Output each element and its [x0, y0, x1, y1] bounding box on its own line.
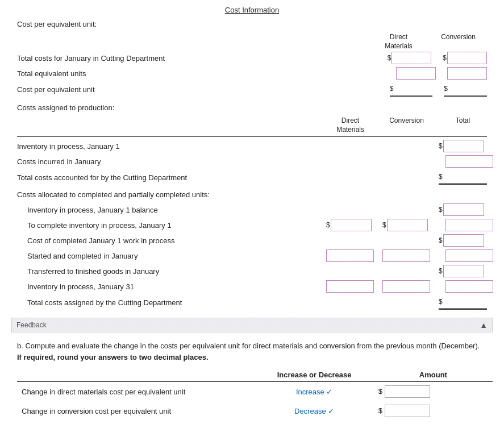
col-header-dm: DirectMaterials [374, 33, 423, 51]
cost-per-eq-label: Cost per equivalent unit: [17, 20, 493, 28]
row-label-to-complete: To complete inventory in process, Januar… [27, 221, 326, 230]
row-b1-change: Increase ✓ [255, 382, 374, 402]
to-complete-total-input[interactable] [445, 219, 493, 231]
feedback-bar: Feedback ▲ [11, 318, 493, 332]
row-b2-change: Decrease ✓ [255, 401, 374, 421]
row-label-started-completed: Started and completed in January [27, 252, 326, 260]
col-header2-conv: Conversion [382, 117, 431, 134]
row-label-cost-completed: Cost of completed January 1 work in proc… [27, 236, 326, 245]
part-b-intro: b. Compute and evaluate the change in th… [17, 340, 493, 363]
dollar-total-assigned: $ [439, 298, 443, 306]
allocated-label: Costs allocated to completed and partial… [17, 190, 493, 199]
col-header-amount: Amount [374, 368, 493, 382]
dollar-total-inv1: $ [439, 142, 443, 150]
row-b1-label: Change in direct materials cost per equi… [17, 382, 255, 402]
dollar-total-accounted: $ [439, 173, 443, 181]
row-label-inv-jan1: Inventory in process, January 1 [17, 142, 326, 151]
row-label-cost-per-eq: Cost per equivalent unit [17, 85, 390, 94]
dollar-transferred: $ [439, 267, 443, 275]
dollar-b1: $ [378, 387, 382, 396]
decrease-text-1: Decrease ✓ [294, 407, 334, 415]
col-header-increase-decrease: Increase or Decrease [255, 368, 374, 382]
cost-per-eq-dm-input[interactable] [394, 82, 432, 95]
row-label-total-costs: Total costs for January in Cutting Depar… [17, 54, 388, 63]
dollar-conv-2: $ [444, 85, 448, 93]
col-header-label [17, 368, 255, 382]
feedback-arrow: ▲ [480, 321, 488, 330]
row-b2-amount-input[interactable] [385, 405, 430, 417]
table-row: Change in conversion cost per equivalent… [17, 401, 493, 421]
inv31-dm-input[interactable] [326, 280, 374, 293]
dollar-cost-completed: $ [439, 236, 443, 244]
row-b2-amount: $ [374, 401, 493, 421]
started-conv-input[interactable] [382, 249, 430, 262]
row-label-transferred: Transferred to finished goods in January [27, 267, 326, 276]
total-assigned-total-input[interactable] [443, 296, 484, 308]
dollar-conv-1: $ [443, 54, 447, 62]
total-eq-dm-input[interactable] [396, 67, 436, 80]
feedback-label: Feedback [16, 321, 47, 329]
col-header2-dm: DirectMaterials [326, 117, 374, 134]
checkmark-1: ✓ [326, 388, 332, 396]
increase-text-1: Increase ✓ [296, 388, 332, 396]
started-total-input[interactable] [445, 249, 493, 262]
part-b-table: Increase or Decrease Amount Change in di… [17, 368, 493, 421]
total-eq-conv-input[interactable] [447, 67, 487, 80]
dollar-complete-dm: $ [326, 221, 330, 229]
dollar-dm-1: $ [388, 54, 391, 62]
started-dm-input[interactable] [326, 249, 374, 262]
cost-per-eq-conv-input[interactable] [448, 82, 487, 95]
col-header-conv: Conversion [434, 33, 482, 51]
table-row: Change in direct materials cost per equi… [17, 382, 493, 402]
inv-jan1-total-input[interactable] [443, 140, 484, 152]
inv31-conv-input[interactable] [382, 280, 430, 293]
dollar-dm-2: $ [390, 85, 394, 93]
row-label-costs-incurred: Costs incurred in January [17, 157, 326, 166]
row-b2-label: Change in conversion cost per equivalent… [17, 401, 255, 421]
total-costs-dm-input[interactable] [391, 52, 431, 64]
transferred-total-input[interactable] [443, 265, 484, 277]
page-title: Cost Information [11, 6, 493, 14]
row-b1-amount: $ [374, 382, 493, 402]
dollar-inv-balance: $ [439, 206, 443, 214]
dollar-b2: $ [378, 406, 382, 415]
row-label-total-assigned: Total costs assigned by the Cutting Depa… [27, 298, 326, 307]
total-costs-conv-input[interactable] [447, 52, 487, 64]
total-accounted-total-input[interactable] [443, 170, 484, 183]
to-complete-dm-input[interactable] [331, 219, 372, 231]
to-complete-conv-input[interactable] [387, 219, 428, 231]
col-header2-total: Total [439, 117, 487, 134]
part-b-bold: If required, round your answers to two d… [17, 353, 209, 361]
inv-balance-total-input[interactable] [443, 203, 484, 216]
checkmark-2: ✓ [328, 407, 334, 415]
row-b1-amount-input[interactable] [385, 385, 430, 398]
row-label-total-eq: Total equivalent units [17, 69, 389, 78]
inv31-total-input[interactable] [445, 280, 493, 293]
cost-completed-total-input[interactable] [443, 234, 484, 247]
row-label-inv-jan31: Inventory in process, January 31 [27, 282, 326, 291]
dollar-complete-conv: $ [382, 221, 386, 229]
row-label-inv-balance: Inventory in process, January 1 balance [27, 206, 326, 214]
costs-incurred-total-input[interactable] [445, 155, 493, 168]
row-label-total-accounted: Total costs accounted for by the Cutting… [17, 173, 326, 182]
costs-assigned-label: Costs assigned to production: [17, 103, 493, 112]
